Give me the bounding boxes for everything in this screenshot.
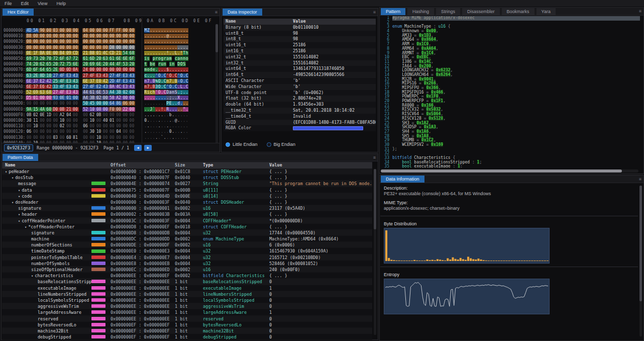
inspector-row[interactable]: float (32 bit)2.80674e+28 <box>224 96 376 102</box>
pattern-row[interactable]: largeAddressAware0x000000EE : 0x000000EE… <box>2 309 372 315</box>
pattern-col-name[interactable]: Name <box>2 162 91 168</box>
inspector-row[interactable]: RGBA Color <box>224 125 376 131</box>
tab-hex-editor[interactable]: Hex Editor <box>3 9 34 16</box>
hex-byte-grid: 00000000:4D5A90000300000004000000FFFF000… <box>4 24 135 142</box>
pattern-row[interactable]: message0x0000004E : 0x000000740x0027Stri… <box>2 181 372 187</box>
pattern-col-offset[interactable]: Offset <box>111 162 175 168</box>
tab-disassembler[interactable]: Disassembler <box>462 8 500 15</box>
tree-expand-icon[interactable]: ▾ <box>18 219 20 223</box>
tree-expand-icon[interactable]: ▾ <box>12 176 14 180</box>
little-endian-radio[interactable] <box>226 142 230 147</box>
inspector-row[interactable]: Binary (8 bit)0b01100010 <box>224 25 376 31</box>
inspector-row[interactable]: int8_t98 <box>224 36 376 42</box>
pattern-row[interactable]: reserved0x000000EE : 0x000000EE1 bitrese… <box>2 316 372 322</box>
pattern-row[interactable]: signature0x00000000 : 0x000000010x0002u1… <box>2 205 372 211</box>
inspector-row[interactable]: int64_t-4985266142390805566 <box>224 72 376 78</box>
tree-expand-icon[interactable]: ▾ <box>18 213 20 217</box>
big-endian-radio[interactable] <box>267 142 271 147</box>
pattern-row[interactable]: machine32Bit0x000000EF : 0x000000EF1 bit… <box>2 328 372 334</box>
inspector-row[interactable]: GUID{EFC01D88-14B0-4173-FA8B-C08FA5B62B2… <box>224 120 376 126</box>
inspector-row[interactable]: Wide Character'b' <box>224 84 376 90</box>
panel-menu-icon[interactable]: ≡ <box>373 155 376 160</box>
tab-bookmarks[interactable]: Bookmarks <box>502 8 534 15</box>
menu-item-edit[interactable]: Edit <box>17 1 34 6</box>
pattern-row[interactable]: ▾*coffHeaderPointer0x000000D8 : 0x000000… <box>2 224 372 230</box>
pattern-row[interactable]: ▾dosStub0x00000040 : 0x0000007F0x0040str… <box>2 175 372 181</box>
tree-expand-icon[interactable]: ▾ <box>18 189 20 193</box>
inspector-row[interactable]: __time64_tInvalid <box>224 114 376 120</box>
tree-expand-icon[interactable]: ▾ <box>18 195 20 199</box>
inspector-row[interactable]: UTF-8 code point'b' (U+0062) <box>224 90 376 96</box>
tab-yara[interactable]: Yara <box>536 8 556 15</box>
pattern-col-type[interactable]: Type <box>203 162 269 168</box>
tab-pattern[interactable]: Pattern <box>381 8 405 15</box>
pattern-row[interactable]: ▾coffHeaderPointer0x0000003C : 0x0000003… <box>2 218 372 224</box>
pattern-row[interactable]: baseRelocationsStripped0x000000EE : 0x00… <box>2 279 372 285</box>
code-editor[interactable]: 1#pragma MIME application/x-dosexec23enu… <box>380 16 640 167</box>
pattern-row[interactable]: ▾characteristics0x000000EE : 0x000000EF0… <box>2 273 372 279</box>
pattern-row[interactable]: bytesReversedLo0x000000EF : 0x000000EF1 … <box>2 322 372 328</box>
pattern-row[interactable]: timeDateStamp0x000000E0 : 0x000000E30x00… <box>2 248 372 254</box>
panel-menu-icon[interactable]: ≡ <box>373 10 376 15</box>
tree-expand-icon[interactable]: ▾ <box>31 274 33 278</box>
pattern-row[interactable]: lineNumbersStripped0x000000EE : 0x000000… <box>2 291 372 297</box>
pattern-data-panel: Pattern Data ≡ NameOffsetSizeTypeValue ▾… <box>1 153 378 340</box>
inspector-row[interactable]: uint32_t1551614082 <box>224 54 376 60</box>
pattern-row[interactable]: numberOfSections0x000000DE : 0x000000DF0… <box>2 242 372 248</box>
inspector-row[interactable]: ASCII Character'b' <box>224 78 376 84</box>
tree-expand-icon[interactable]: ▾ <box>12 201 14 205</box>
panel-menu-icon[interactable]: ≡ <box>639 9 641 14</box>
pattern-row[interactable]: executableImage0x000000EE : 0x000000EE1 … <box>2 285 372 291</box>
tab-data-inspector[interactable]: Data Inspector <box>223 9 262 16</box>
data-information-scrollbar[interactable] <box>639 186 642 336</box>
pattern-name: pointerToSymbolTable <box>2 254 91 260</box>
pattern-row[interactable]: signature0x000000D8 : 0x000000DB0x0004u3… <box>2 230 372 236</box>
menu-item-help[interactable]: Help <box>52 1 70 6</box>
inspector-row[interactable]: int32_t1551614082 <box>224 60 376 66</box>
pattern-col-size[interactable]: Size <box>175 162 203 168</box>
pattern-row[interactable]: ▾header0x00000002 : 0x0000003B0x003Au8[5… <box>2 211 372 217</box>
tab-strings[interactable]: Strings <box>436 8 460 15</box>
tab-hashing[interactable]: Hashing <box>407 8 434 15</box>
inspector-row[interactable]: uint16_t25186 <box>224 42 376 48</box>
pattern-row[interactable]: ▾peHeader0x00000000 : 0x000001C70x01C8st… <box>2 168 372 175</box>
code-line[interactable]: 31}; <box>380 147 640 152</box>
pattern-row[interactable]: pointerToSymbolTable0x000000E4 : 0x00000… <box>2 254 372 261</box>
selection-chip[interactable]: 0x92E32F3 <box>4 144 33 151</box>
inspector-row[interactable]: __time32_tSat, 20.01.2018 10:14:02 <box>224 108 376 114</box>
pattern-col-value[interactable]: Value <box>269 162 372 168</box>
pattern-table-scrollbar[interactable] <box>374 169 376 335</box>
code-horizontal-scrollbar[interactable] <box>381 169 638 173</box>
hex-footer: 0x92E32F3 Range 00000000 - 92E32F3 Page … <box>2 143 220 152</box>
code-line[interactable]: 35 bool executableImage : 1; <box>380 164 640 167</box>
panel-menu-icon[interactable]: ≡ <box>639 177 641 182</box>
pattern-row[interactable]: ▾data0x00000075 : 0x0000007F0x000Bu8[11]… <box>2 187 372 193</box>
pattern-row[interactable]: ▾dosHeader0x00000000 : 0x0000003F0x0040s… <box>2 199 372 205</box>
menu-item-file[interactable]: File <box>0 1 17 6</box>
tab-data-information[interactable]: Data Information <box>381 176 424 183</box>
tree-expand-icon[interactable]: ▾ <box>25 225 27 229</box>
code-line[interactable]: 30 WCEMIPSV2 = 0x169 <box>380 143 640 147</box>
hex-scrollbar[interactable] <box>216 24 218 144</box>
tree-expand-icon[interactable]: ▾ <box>5 170 7 174</box>
inspector-row[interactable]: uint8_t98 <box>224 31 376 37</box>
tab-pattern-data[interactable]: Pattern Data <box>3 154 38 161</box>
pattern-row[interactable]: ▾code0x00000040 : 0x0000004D0x000Eu8[14]… <box>2 193 372 199</box>
next-page-button[interactable]: ▶ <box>144 145 152 151</box>
pattern-row[interactable]: numberOfSymbols0x000000E8 : 0x000000EB0x… <box>2 261 372 267</box>
pattern-row[interactable]: debugStripped0x000000EF : 0x000000EF1 bi… <box>2 334 372 340</box>
pattern-row[interactable]: localSymbolsStripped0x000000EE : 0x00000… <box>2 297 372 303</box>
inspector-row[interactable]: uint64_t13461477931318746050 <box>224 66 376 72</box>
ascii-row: c...'O.C'O.C'O.C <box>144 69 188 75</box>
pattern-type: u32 <box>203 230 269 235</box>
pattern-row[interactable]: sizeOfOptionalHeader0x000000EC : 0x00000… <box>2 267 372 273</box>
inspector-row[interactable]: double (64 bit)1.93456e+303 <box>224 102 376 108</box>
pattern-row[interactable]: machine0x000000DC : 0x000000DD0x0002enum… <box>2 236 372 242</box>
pattern-col-color[interactable] <box>91 162 111 168</box>
menu-item-view[interactable]: View <box>33 1 52 6</box>
prev-page-button[interactable]: ◀ <box>134 145 142 151</box>
panel-menu-icon[interactable]: ≡ <box>215 10 218 15</box>
code-line[interactable]: 1#pragma MIME application/x-dosexec <box>380 16 640 21</box>
inspector-row[interactable]: int16_t25186 <box>224 48 376 54</box>
pattern-row[interactable]: aggressiveWsTrim0x000000EE : 0x000000EE1… <box>2 303 372 309</box>
